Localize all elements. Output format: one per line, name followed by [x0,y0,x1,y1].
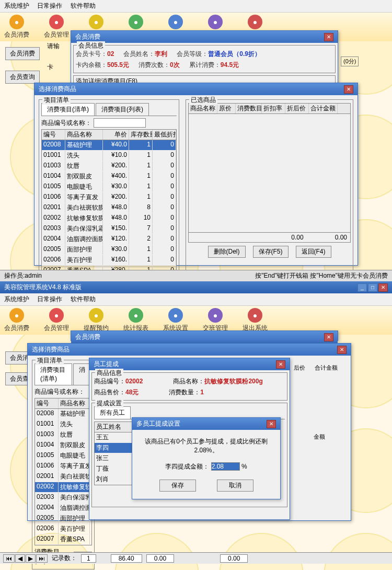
table-row[interactable]: 02003美白保湿乳霜 [35,493,91,503]
prod-name-value: 抗敏修复软膜粉200g [204,378,262,385]
nav-last-button[interactable]: ⏭ [36,554,48,563]
product-list-group: 项目清单 消费项目(清单) 消费项目(列表) 商品编号或名称： 编号 商品名称 … [39,99,179,296]
card-no-value: 02 [107,50,114,58]
menu-daily[interactable]: 日常操作 [37,2,62,9]
toolbar-item-1[interactable]: ●会员管理 [44,15,69,39]
tab-grid2[interactable]: 消 [73,363,91,385]
operator-value: admin [25,272,42,279]
table-row[interactable]: 02008基础护理¥40.010 [42,140,176,151]
table-row[interactable]: 01005电眼睫毛¥30.010 [42,182,176,192]
menu-daily[interactable]: 日常操作 [37,295,62,303]
close-icon[interactable]: ✕ [324,33,333,41]
total-value: 94.5元 [221,61,239,69]
toolbar-icon: ● [208,308,223,323]
toolbar-item-0[interactable]: ●会员消费 [4,308,29,333]
close-icon[interactable]: ✕ [378,283,388,292]
table-row[interactable]: 02003美白保湿乳霜1¥150.70 [42,224,176,234]
dialog-cancel-button[interactable]: 取消 [217,480,253,492]
menu-help[interactable]: 软件帮助 [71,2,96,9]
table-row[interactable]: 02004油脂调控面膜 [35,503,91,514]
table-row[interactable]: 01003纹唇¥200.10 [42,161,176,172]
toolbar-icon: ● [49,308,64,323]
table-row[interactable]: 01006等离子直发 [35,461,91,472]
toolbar-item-3[interactable]: ●统计报表 [123,308,148,333]
toolbar-icon: ● [168,15,183,29]
table-row[interactable]: 02006美百护理 [35,524,91,534]
select-titlebar[interactable]: 选择消费商品 ✕ [34,83,358,95]
amt-input[interactable] [211,462,240,471]
points-box: (0分) [341,56,359,66]
menu-help[interactable]: 软件帮助 [71,295,96,303]
tab-list[interactable]: 消费项目(清单) [41,103,95,116]
amt-label: 李四提成金额： [165,463,209,470]
close-icon[interactable]: ✕ [276,360,285,369]
table-row[interactable]: 02005面部护理 [35,514,91,524]
footer-v2: 0.00 [146,554,174,563]
table-row[interactable]: 张三 [95,453,133,464]
member-info-title: 会员信息 [77,41,105,50]
menu-sys[interactable]: 系统维护 [4,2,29,9]
save-button[interactable]: 保存(F5) [253,246,289,258]
table-row[interactable]: 王五 [95,432,133,443]
toolbar-item-5[interactable]: ●交班管理 [203,308,228,333]
table-row[interactable]: 01006等离子直发¥200.10 [42,192,176,203]
app-titlebar[interactable]: 美容院管理系统V4.8 标准版 _ □ ✕ [0,281,392,293]
table-row[interactable]: 02002抗敏修复软膜 [35,482,91,493]
table-row[interactable]: 01004割双眼皮¥400.10 [42,172,176,182]
table-row[interactable]: 01005电眼睫毛 [35,451,91,461]
table-row[interactable]: 丁薇 [95,464,133,474]
table-row[interactable]: 02001美白祛斑软膜粉¥48.080 [42,203,176,213]
table-row[interactable]: 01001洗头¥10.010 [42,151,176,161]
select-title: 选择消费商品 [39,85,76,94]
toolbar-item-6[interactable]: ●退出系统 [243,308,268,333]
table-row[interactable]: 01001洗头 [35,419,91,430]
employee-table: 员工姓名 王五李四张三丁薇刘肖 [94,421,133,485]
delete-button[interactable]: 删除(Del) [208,246,246,258]
side-member-query[interactable]: 会员查询 [5,71,40,84]
search-input[interactable] [94,118,146,128]
toolbar-icon: ● [129,15,143,29]
toolbar-item-4[interactable]: ●系统设置 [163,308,188,333]
toolbar-label: 会员消费 [4,30,29,39]
tab-grid[interactable]: 消费项目(列表) [96,103,149,116]
close-icon[interactable]: ✕ [324,333,333,341]
table-row[interactable]: 02005面部护理¥30.010 [42,245,176,255]
table-row[interactable]: 02004油脂调控面膜2¥120.20 [42,234,176,245]
record-count: 1 [81,554,96,563]
toolbar-item-0[interactable]: ●会员消费 [4,15,29,39]
table-row[interactable]: 02006美百护理¥160.10 [42,255,176,266]
toolbar-item-2[interactable]: ●提醒预约 [84,308,109,333]
close-icon[interactable]: ✕ [267,420,276,428]
product-info-title: 商品信息 [95,369,123,378]
table-row[interactable]: 02002抗敏修复软膜粉¥48.0100 [42,213,176,224]
table-row[interactable]: 01003纹唇 [35,430,91,440]
nav-next-button[interactable]: ▶ [26,554,36,563]
consume-titlebar[interactable]: 会员消费 ✕ [71,31,338,43]
nav-prev-button[interactable]: ◀ [15,554,25,563]
side-member-consume[interactable]: 会员消费 [5,47,40,60]
back-button[interactable]: 返回(F4) [296,246,331,258]
col-total: 合计金额 [315,364,338,372]
table-row[interactable]: 02001美白祛斑软膜 [35,472,91,482]
minimize-icon[interactable]: _ [358,283,367,292]
maximize-icon[interactable]: □ [368,283,377,292]
table-row[interactable]: 刘肖 [95,474,133,485]
close-icon[interactable]: ✕ [344,85,353,94]
member-level-label: 会员等级： [177,50,208,58]
pct-label: % [241,463,247,470]
table-row[interactable]: 01004割双眼皮 [35,440,91,451]
table-row[interactable]: 02007香薰SPA [35,534,91,545]
th-sel-qty: 消费数目 [236,104,262,113]
tab-all-emp[interactable]: 所有员工 [94,406,131,419]
toolbar-item-1[interactable]: ●会员管理 [44,308,69,333]
dialog-save-button[interactable]: 保存 [159,480,196,492]
tab-list2[interactable]: 消费项目(清单) [34,363,72,385]
toolbar-icon: ● [129,308,143,323]
table-row[interactable]: 02008基础护理 [35,409,91,419]
table-row[interactable]: 李四 [95,443,133,453]
count-label: 消费次数： [139,61,170,69]
nav-first-button[interactable]: ⏮ [3,554,15,563]
th-disc: 最低折扣 [153,130,176,140]
close-icon[interactable]: ✕ [337,346,347,354]
menu-sys[interactable]: 系统维护 [4,295,29,303]
